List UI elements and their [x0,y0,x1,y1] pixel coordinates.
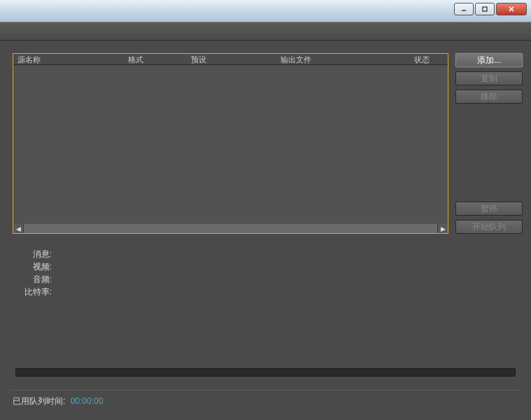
minimize-button[interactable] [454,3,474,15]
elapsed-label: 已用队列时间: [13,396,65,406]
add-button[interactable]: 添加... [455,53,523,67]
svg-rect-1 [483,7,487,11]
close-button[interactable] [496,3,527,15]
queue-header: 源名称 格式 预设 输出文件 状态 [13,54,448,65]
video-label: 视频: [13,260,52,273]
column-format[interactable]: 格式 [124,54,187,64]
start-queue-button[interactable]: 开始队列 [455,220,523,234]
info-block: 消息: 视频: 音频: 比特率: [13,248,523,298]
progress-container [15,368,516,377]
column-source[interactable]: 源名称 [13,54,124,64]
message-label: 消息: [13,248,52,260]
status-row: 已用队列时间: 00:00:00 [13,396,103,407]
scroll-track[interactable] [24,224,437,233]
toolbar-strip [0,22,531,41]
main-area: 源名称 格式 预设 输出文件 状态 ◀ ▶ 添加... 复制 移除 暂停 开始队… [0,41,531,420]
side-button-panel: 添加... 复制 移除 暂停 开始队列 [455,53,523,234]
progress-bar [15,368,516,377]
elapsed-value: 00:00:00 [71,396,104,406]
audio-label: 音频: [13,273,52,286]
bitrate-label: 比特率: [13,286,52,298]
column-output[interactable]: 输出文件 [276,54,388,64]
queue-body[interactable] [13,65,448,224]
column-status[interactable]: 状态 [388,54,448,64]
duplicate-button[interactable]: 复制 [455,71,523,85]
scroll-right-icon[interactable]: ▶ [438,224,448,233]
window-controls [454,3,527,15]
column-preset[interactable]: 预设 [187,54,276,64]
horizontal-scrollbar[interactable]: ◀ ▶ [13,224,448,233]
maximize-button[interactable] [475,3,495,15]
queue-panel: 源名称 格式 预设 输出文件 状态 ◀ ▶ [13,53,448,234]
title-bar [0,0,531,22]
remove-button[interactable]: 移除 [455,90,523,104]
scroll-left-icon[interactable]: ◀ [13,224,23,233]
pause-button[interactable]: 暂停 [455,202,523,216]
divider [10,390,521,391]
